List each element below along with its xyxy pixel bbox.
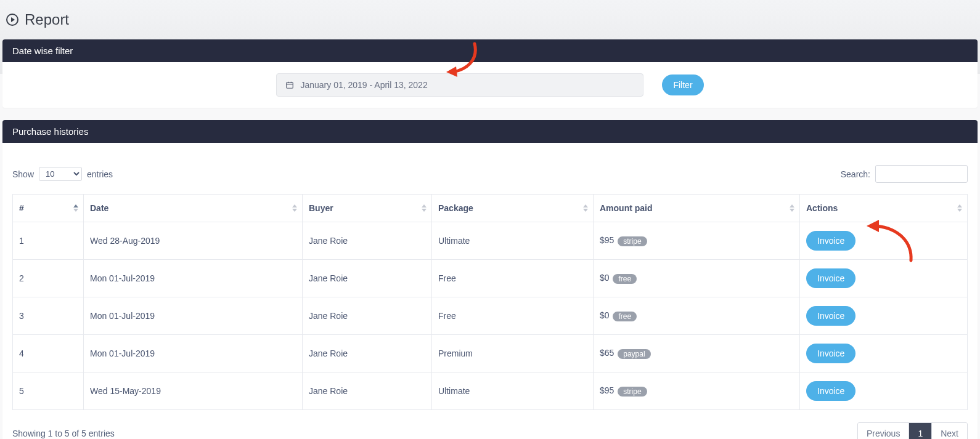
cell-num: 3 bbox=[13, 297, 84, 335]
date-filter-card: Date wise filter January 01, 2019 - Apri… bbox=[2, 39, 978, 108]
table-row: 2Mon 01-Jul-2019Jane RoieFree$0 freeInvo… bbox=[13, 260, 968, 297]
search-control: Search: bbox=[841, 165, 968, 183]
cell-date: Wed 28-Aug-2019 bbox=[84, 222, 303, 260]
date-range-value: January 01, 2019 - April 13, 2022 bbox=[300, 80, 427, 90]
date-range-input[interactable]: January 01, 2019 - April 13, 2022 bbox=[276, 73, 643, 97]
cell-num: 2 bbox=[13, 260, 84, 297]
cell-actions: Invoice bbox=[800, 335, 968, 373]
cell-amount: $65 paypal bbox=[594, 335, 800, 373]
cell-date: Mon 01-Jul-2019 bbox=[84, 297, 303, 335]
filter-row: January 01, 2019 - April 13, 2022 Filter bbox=[12, 73, 968, 97]
cell-actions: Invoice bbox=[800, 297, 968, 335]
filter-button[interactable]: Filter bbox=[662, 75, 703, 95]
entries-length-control: Show 10 entries bbox=[12, 167, 113, 181]
invoice-button[interactable]: Invoice bbox=[806, 344, 855, 363]
cell-buyer: Jane Roie bbox=[303, 335, 432, 373]
cell-buyer: Jane Roie bbox=[303, 222, 432, 260]
table-row: 4Mon 01-Jul-2019Jane RoiePremium$65 payp… bbox=[13, 335, 968, 373]
sort-icon bbox=[73, 204, 78, 212]
col-header-date[interactable]: Date bbox=[84, 195, 303, 222]
arrow-right-circle-icon bbox=[6, 14, 18, 26]
table-row: 1Wed 28-Aug-2019Jane RoieUltimate$95 str… bbox=[13, 222, 968, 260]
cell-package: Ultimate bbox=[432, 373, 594, 410]
col-header-num[interactable]: # bbox=[13, 195, 84, 222]
purchase-histories-header: Purchase histories bbox=[2, 120, 978, 143]
pagination-page-1[interactable]: 1 bbox=[909, 423, 931, 439]
cell-actions: Invoice bbox=[800, 373, 968, 410]
page-title-row: Report bbox=[0, 0, 980, 39]
cell-amount: $0 free bbox=[594, 260, 800, 297]
show-label-pre: Show bbox=[12, 169, 34, 179]
cell-date: Wed 15-May-2019 bbox=[84, 373, 303, 410]
payment-method-badge: stripe bbox=[618, 236, 647, 246]
cell-actions: Invoice bbox=[800, 260, 968, 297]
cell-date: Mon 01-Jul-2019 bbox=[84, 260, 303, 297]
cell-package: Free bbox=[432, 297, 594, 335]
table-info: Showing 1 to 5 of 5 entries bbox=[12, 429, 115, 438]
cell-package: Premium bbox=[432, 335, 594, 373]
cell-actions: Invoice bbox=[800, 222, 968, 260]
col-header-buyer[interactable]: Buyer bbox=[303, 195, 432, 222]
cell-num: 5 bbox=[13, 373, 84, 410]
sort-icon bbox=[422, 204, 427, 212]
cell-buyer: Jane Roie bbox=[303, 373, 432, 410]
svg-rect-0 bbox=[287, 83, 293, 88]
show-label-post: entries bbox=[87, 169, 113, 179]
payment-method-badge: free bbox=[613, 312, 637, 321]
search-label: Search: bbox=[841, 169, 870, 179]
cell-buyer: Jane Roie bbox=[303, 297, 432, 335]
cell-num: 1 bbox=[13, 222, 84, 260]
cell-num: 4 bbox=[13, 335, 84, 373]
table-row: 3Mon 01-Jul-2019Jane RoieFree$0 freeInvo… bbox=[13, 297, 968, 335]
invoice-button[interactable]: Invoice bbox=[806, 231, 855, 251]
cell-amount: $95 stripe bbox=[594, 373, 800, 410]
sort-icon bbox=[790, 204, 794, 212]
invoice-button[interactable]: Invoice bbox=[806, 268, 855, 288]
invoice-button[interactable]: Invoice bbox=[806, 306, 855, 326]
table-row: 5Wed 15-May-2019Jane RoieUltimate$95 str… bbox=[13, 373, 968, 410]
pagination: Previous 1 Next bbox=[857, 422, 968, 439]
pagination-next[interactable]: Next bbox=[931, 423, 967, 439]
cell-package: Free bbox=[432, 260, 594, 297]
cell-date: Mon 01-Jul-2019 bbox=[84, 335, 303, 373]
cell-package: Ultimate bbox=[432, 222, 594, 260]
cell-amount: $95 stripe bbox=[594, 222, 800, 260]
pagination-prev[interactable]: Previous bbox=[858, 423, 909, 439]
sort-icon bbox=[583, 204, 588, 212]
col-header-package[interactable]: Package bbox=[432, 195, 594, 222]
col-header-amount[interactable]: Amount paid bbox=[594, 195, 800, 222]
cell-amount: $0 free bbox=[594, 297, 800, 335]
calendar-icon bbox=[285, 81, 294, 89]
payment-method-badge: stripe bbox=[618, 387, 647, 397]
purchase-table: # Date Buyer bbox=[12, 194, 968, 410]
purchase-histories-card: Purchase histories Show 10 entries Searc… bbox=[2, 120, 978, 439]
payment-method-badge: paypal bbox=[618, 349, 650, 359]
col-header-actions: Actions bbox=[800, 195, 968, 222]
date-filter-header: Date wise filter bbox=[2, 39, 978, 62]
payment-method-badge: free bbox=[613, 274, 637, 284]
entries-select[interactable]: 10 bbox=[39, 167, 82, 181]
invoice-button[interactable]: Invoice bbox=[806, 381, 855, 401]
cell-buyer: Jane Roie bbox=[303, 260, 432, 297]
page-title: Report bbox=[25, 11, 69, 28]
search-input[interactable] bbox=[875, 165, 968, 183]
sort-icon bbox=[292, 204, 297, 212]
sort-icon bbox=[957, 204, 962, 212]
